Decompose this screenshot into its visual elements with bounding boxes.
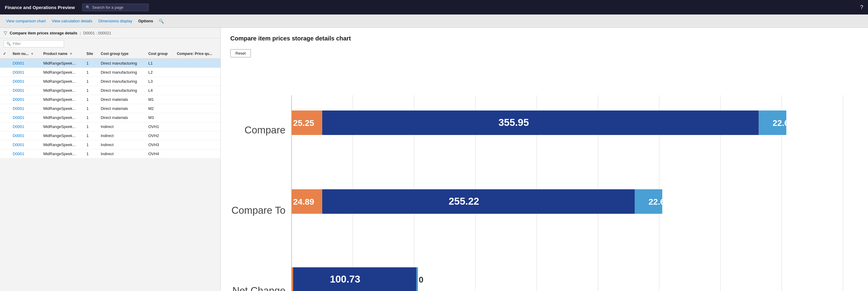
cell-item-num[interactable]: D0001 <box>10 113 40 122</box>
cell-compare-price <box>174 86 220 95</box>
nav-view-calculation[interactable]: View calculation details <box>49 17 95 25</box>
cell-site: 1 <box>84 149 98 158</box>
reset-button[interactable]: Reset <box>230 49 251 57</box>
table-row[interactable]: D0001MidRangeSpeek...1Direct manufacturi… <box>0 68 220 77</box>
cell-compare-price <box>174 149 220 158</box>
table-header-row: ✓ Item nu... ▼ Product name ▼ Site Cost … <box>0 49 220 59</box>
app-title: Finance and Operations Preview <box>5 5 75 10</box>
svg-text:22.6: 22.6 <box>773 118 789 128</box>
col-check: ✓ <box>0 49 10 59</box>
cell-cost-group-type: Direct manufacturing <box>98 68 145 77</box>
cell-check <box>0 140 10 149</box>
filter-placeholder: Filter <box>13 42 21 46</box>
table-row[interactable]: D0001MidRangeSpeek...1Direct manufacturi… <box>0 86 220 95</box>
svg-text:255.22: 255.22 <box>449 195 479 207</box>
cell-product-name: MidRangeSpeek... <box>40 59 84 68</box>
cell-cost-group: OVH4 <box>145 149 174 158</box>
cell-product-name: MidRangeSpeek... <box>40 149 84 158</box>
chart-area: Compare Compare To Net Change <box>230 65 858 291</box>
svg-text:100.73: 100.73 <box>330 274 360 285</box>
search-icon: 🔍 <box>86 5 90 10</box>
data-table: ✓ Item nu... ▼ Product name ▼ Site Cost … <box>0 49 220 158</box>
panel-separator: | <box>80 31 81 35</box>
cell-site: 1 <box>84 131 98 140</box>
cell-site: 1 <box>84 122 98 131</box>
cell-site: 1 <box>84 95 98 104</box>
cell-product-name: MidRangeSpeek... <box>40 86 84 95</box>
table-row[interactable]: D0001MidRangeSpeek...1IndirectOVH3 <box>0 140 220 149</box>
cell-site: 1 <box>84 140 98 149</box>
net-change-direct-manufacturing-bar <box>416 267 418 291</box>
filter-search-icon: 🔍 <box>6 42 11 46</box>
cell-cost-group: OVH1 <box>145 122 174 131</box>
nav-view-comparison[interactable]: View comparison chart <box>4 17 48 25</box>
cell-site: 1 <box>84 68 98 77</box>
cell-check <box>0 68 10 77</box>
svg-text:22.6: 22.6 <box>649 197 665 207</box>
cell-cost-group-type: Direct materials <box>98 95 145 104</box>
cell-check <box>0 149 10 158</box>
cell-cost-group-type: Indirect <box>98 149 145 158</box>
cell-item-num[interactable]: D0001 <box>10 86 40 95</box>
chart-title: Compare item prices storage details char… <box>230 35 858 42</box>
filter-input-wrap: 🔍 Filter <box>0 38 220 49</box>
table-row[interactable]: D0001MidRangeSpeek...1IndirectOVH2 <box>0 131 220 140</box>
cell-product-name: MidRangeSpeek... <box>40 77 84 86</box>
filter-input[interactable]: 🔍 Filter <box>4 40 64 47</box>
chart-svg: Compare Compare To Net Change <box>230 65 858 291</box>
table-row[interactable]: D0001MidRangeSpeek...1Direct manufacturi… <box>0 77 220 86</box>
cell-cost-group: M1 <box>145 95 174 104</box>
cell-product-name: MidRangeSpeek... <box>40 113 84 122</box>
nav-search-icon[interactable]: 🔍 <box>157 17 166 25</box>
help-icon[interactable]: ? <box>860 4 863 10</box>
search-bar[interactable]: 🔍 Search for a page <box>82 4 149 11</box>
cell-check <box>0 113 10 122</box>
cell-item-num[interactable]: D0001 <box>10 131 40 140</box>
col-compare-price: Compare: Price qu... <box>174 49 220 59</box>
cell-check <box>0 77 10 86</box>
table-wrap: ✓ Item nu... ▼ Product name ▼ Site Cost … <box>0 49 220 291</box>
table-row[interactable]: D0001MidRangeSpeek...1Direct materialsM1 <box>0 95 220 104</box>
table-row[interactable]: D0001MidRangeSpeek...1Direct materialsM3 <box>0 113 220 122</box>
table-row[interactable]: D0001MidRangeSpeek...1IndirectOVH4 <box>0 149 220 158</box>
col-item-num[interactable]: Item nu... ▼ <box>10 49 40 59</box>
cell-compare-price <box>174 68 220 77</box>
cell-item-num[interactable]: D0001 <box>10 68 40 77</box>
table-row[interactable]: D0001MidRangeSpeek...1Direct manufacturi… <box>0 59 220 68</box>
cell-item-num[interactable]: D0001 <box>10 122 40 131</box>
cell-product-name: MidRangeSpeek... <box>40 131 84 140</box>
panel-header: ▽ Compare item prices storage details | … <box>0 28 220 38</box>
cell-compare-price <box>174 113 220 122</box>
cell-product-name: MidRangeSpeek... <box>40 104 84 113</box>
filter-icon[interactable]: ▽ <box>4 30 7 36</box>
cell-cost-group: M2 <box>145 104 174 113</box>
svg-text:355.95: 355.95 <box>498 117 529 128</box>
cell-product-name: MidRangeSpeek... <box>40 95 84 104</box>
table-row[interactable]: D0001MidRangeSpeek...1IndirectOVH1 <box>0 122 220 131</box>
cell-cost-group-type: Direct manufacturing <box>98 59 145 68</box>
table-body: D0001MidRangeSpeek...1Direct manufacturi… <box>0 59 220 158</box>
cell-item-num[interactable]: D0001 <box>10 95 40 104</box>
table-row[interactable]: D0001MidRangeSpeek...1Direct materialsM2 <box>0 104 220 113</box>
cell-item-num[interactable]: D0001 <box>10 77 40 86</box>
cell-product-name: MidRangeSpeek... <box>40 122 84 131</box>
cell-item-num[interactable]: D0001 <box>10 140 40 149</box>
cell-site: 1 <box>84 86 98 95</box>
cell-cost-group-type: Direct manufacturing <box>98 77 145 86</box>
cell-cost-group-type: Direct materials <box>98 113 145 122</box>
cell-item-num[interactable]: D0001 <box>10 104 40 113</box>
nav-options[interactable]: Options <box>136 17 155 25</box>
nav-dimensions-display[interactable]: Dimensions display <box>96 17 134 25</box>
cell-item-num[interactable]: D0001 <box>10 59 40 68</box>
cell-cost-group: OVH3 <box>145 140 174 149</box>
cell-compare-price <box>174 122 220 131</box>
cell-item-num[interactable]: D0001 <box>10 149 40 158</box>
compare-direct-materials-bar <box>322 110 758 135</box>
cell-check <box>0 59 10 68</box>
cell-check <box>0 86 10 95</box>
cell-cost-group: M3 <box>145 113 174 122</box>
y-label-net-change: Net Change <box>232 285 286 291</box>
cell-check <box>0 122 10 131</box>
col-product-name[interactable]: Product name ▼ <box>40 49 84 59</box>
panel-subtitle: D0001 : 000021 <box>83 31 111 35</box>
